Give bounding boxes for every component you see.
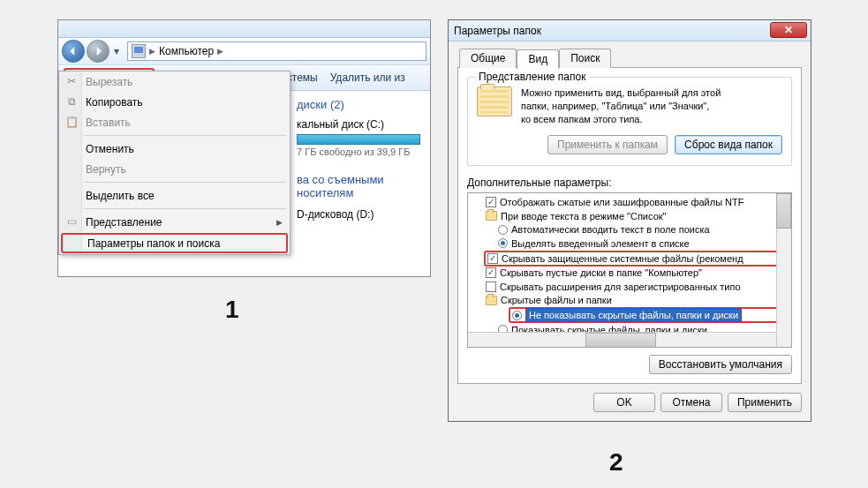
- checkbox-checked-icon[interactable]: ✓: [486, 197, 496, 207]
- menu-layout-label: Представление: [86, 216, 162, 229]
- drive-c-free-space: 7 ГБ свободно из 39,9 ГБ: [297, 146, 430, 157]
- menu-separator: [84, 208, 286, 209]
- copy-icon: ⧉: [64, 94, 79, 109]
- desc-line: папки, например, "Таблица" или "Значки",: [521, 100, 721, 113]
- radio-checked-icon[interactable]: [512, 311, 522, 320]
- scrollbar-thumb[interactable]: [776, 193, 791, 229]
- organize-menu: ✂ Вырезать ⧉ Копировать 📋 Вставить Отмен…: [58, 71, 291, 255]
- scrollbar-thumb[interactable]: [585, 333, 656, 348]
- menu-separator: [84, 135, 286, 136]
- folder-icon: [477, 86, 512, 116]
- menu-undo[interactable]: Отменить: [59, 139, 290, 159]
- menu-layout[interactable]: ▭ Представление ▶: [59, 212, 290, 232]
- menu-copy[interactable]: ⧉ Копировать: [59, 92, 290, 112]
- tree-item-label: Скрывать защищенные системные файлы (рек…: [502, 253, 743, 264]
- tree-item-label: При вводе текста в режиме "Список": [501, 211, 666, 221]
- annotation-label-2: 2: [609, 448, 623, 477]
- nav-back-button[interactable]: [62, 40, 85, 63]
- advanced-settings-label: Дополнительные параметры:: [467, 176, 792, 189]
- drive-c-item[interactable]: кальный диск (C:): [297, 118, 430, 131]
- desc-line: ко всем папкам этого типа.: [521, 113, 721, 126]
- checkbox-unchecked-icon[interactable]: [486, 282, 496, 292]
- tree-item[interactable]: ✓Скрывать пустые диски в папке "Компьюте…: [472, 267, 789, 281]
- tree-item-label: Выделять введенный элемент в списке: [511, 238, 690, 249]
- nav-forward-button[interactable]: [87, 40, 109, 63]
- reset-folders-button[interactable]: Сброс вида папок: [675, 135, 782, 154]
- dialog-body: Общие Вид Поиск Представление папок Можн…: [449, 41, 811, 421]
- menu-redo-label: Вернуть: [86, 163, 126, 176]
- restore-defaults-button[interactable]: Восстановить умолчания: [649, 355, 792, 374]
- drives-column: диски (2) кальный диск (C:) 7 ГБ свободн…: [288, 98, 430, 221]
- dialog-title: Параметры папок: [454, 25, 541, 37]
- menu-paste[interactable]: 📋 Вставить: [59, 112, 290, 132]
- tree-item-label: Автоматически вводить текст в поле поиск…: [511, 224, 710, 235]
- tree-item-highlighted[interactable]: ✓Скрывать защищенные системные файлы (ре…: [484, 251, 789, 267]
- tree-item[interactable]: Скрытые файлы и папки: [472, 294, 789, 308]
- drive-c-usage-bar: [297, 134, 420, 145]
- tab-panel-view: Представление папок Можно применить вид,…: [457, 67, 802, 384]
- tree-item[interactable]: Выделять введенный элемент в списке: [472, 236, 789, 251]
- tabs: Общие Вид Поиск: [459, 49, 802, 68]
- apply-button[interactable]: Применить: [728, 393, 802, 412]
- apply-to-folders-button[interactable]: Применить к папкам: [547, 135, 668, 154]
- vertical-scrollbar[interactable]: [776, 193, 791, 347]
- menu-redo[interactable]: Вернуть: [59, 159, 290, 179]
- tree-item-label: Скрывать расширения для зарегистрированн…: [500, 282, 741, 292]
- tab-general[interactable]: Общие: [459, 49, 517, 68]
- drives-section-title: диски (2): [297, 98, 430, 111]
- drive-d-item[interactable]: D-дисковод (D:): [297, 208, 430, 221]
- menu-cut[interactable]: ✂ Вырезать: [59, 71, 290, 92]
- menu-cut-label: Вырезать: [86, 76, 132, 88]
- folder-views-group-title: Представление папок: [475, 71, 589, 83]
- menu-select-all[interactable]: Выделить все: [59, 185, 290, 206]
- horizontal-scrollbar[interactable]: [468, 332, 776, 347]
- submenu-arrow-icon: ▶: [276, 218, 283, 227]
- cut-icon: ✂: [64, 74, 79, 88]
- folder-views-group: Представление папок Можно применить вид,…: [467, 77, 792, 166]
- layout-icon: ▭: [64, 214, 79, 229]
- folder-options-dialog: Параметры папок ✕ Общие Вид Поиск Предст…: [448, 19, 811, 422]
- address-bar[interactable]: ▶ Компьютер ▶: [127, 41, 426, 61]
- dialog-close-button[interactable]: ✕: [770, 22, 807, 38]
- breadcrumb-computer[interactable]: Компьютер: [159, 45, 214, 57]
- folder-icon: [486, 296, 497, 305]
- checkbox-checked-icon[interactable]: ✓: [487, 253, 498, 264]
- tree-item[interactable]: При вводе текста в режиме "Список": [472, 209, 789, 223]
- dialog-titlebar[interactable]: Параметры папок ✕: [449, 20, 811, 41]
- tab-search[interactable]: Поиск: [559, 49, 611, 68]
- tree-item-label: Скрытые файлы и папки: [501, 295, 612, 305]
- menu-separator: [84, 182, 286, 183]
- advanced-settings-tree[interactable]: ✓Отображать сжатые или зашифрованные фай…: [467, 192, 792, 348]
- radio-checked-icon[interactable]: [498, 238, 508, 248]
- tree-item[interactable]: Автоматически вводить текст в поле поиск…: [472, 223, 789, 237]
- cancel-button[interactable]: Отмена: [660, 393, 722, 412]
- tree-content: ✓Отображать сжатые или зашифрованные фай…: [468, 193, 791, 337]
- tree-item[interactable]: Скрывать расширения для зарегистрированн…: [472, 280, 789, 294]
- tree-item-label: Отображать сжатые или зашифрованные файл…: [500, 197, 743, 207]
- desc-line: Можно применить вид, выбранный для этой: [521, 86, 721, 100]
- computer-icon: [132, 44, 146, 58]
- menu-paste-label: Вставить: [86, 116, 131, 129]
- tree-item-highlighted-selected[interactable]: Не показывать скрытые файлы, папки и дис…: [509, 307, 789, 323]
- ok-button[interactable]: OK: [593, 393, 655, 412]
- folder-views-description: Можно применить вид, выбранный для этой …: [521, 86, 721, 126]
- paste-icon: 📋: [64, 115, 79, 129]
- folder-icon: [486, 211, 497, 221]
- chevron-right-icon: ▶: [149, 47, 155, 56]
- tab-view[interactable]: Вид: [517, 49, 559, 69]
- menu-folder-options[interactable]: Параметры папок и поиска: [61, 233, 288, 253]
- checkbox-checked-icon[interactable]: ✓: [486, 267, 496, 278]
- explorer-navbar: ▾ ▶ Компьютер ▶: [58, 38, 430, 64]
- menu-copy-label: Копировать: [86, 96, 143, 109]
- tree-item-label: Не показывать скрытые файлы, папки и дис…: [525, 308, 742, 322]
- explorer-titlebar[interactable]: [58, 20, 430, 38]
- annotation-label-1: 1: [225, 296, 239, 324]
- chevron-right-icon: ▶: [217, 47, 223, 56]
- menu-undo-label: Отменить: [86, 143, 134, 155]
- tree-item-label: Скрывать пустые диски в папке "Компьютер…: [500, 267, 702, 278]
- nav-history-dropdown[interactable]: ▾: [111, 42, 122, 60]
- dialog-footer: OK Отмена Применить: [457, 393, 802, 412]
- radio-unchecked-icon[interactable]: [498, 225, 508, 235]
- tree-item[interactable]: ✓Отображать сжатые или зашифрованные фай…: [472, 196, 789, 210]
- toolbar-uninstall[interactable]: Удалить или из: [330, 71, 405, 84]
